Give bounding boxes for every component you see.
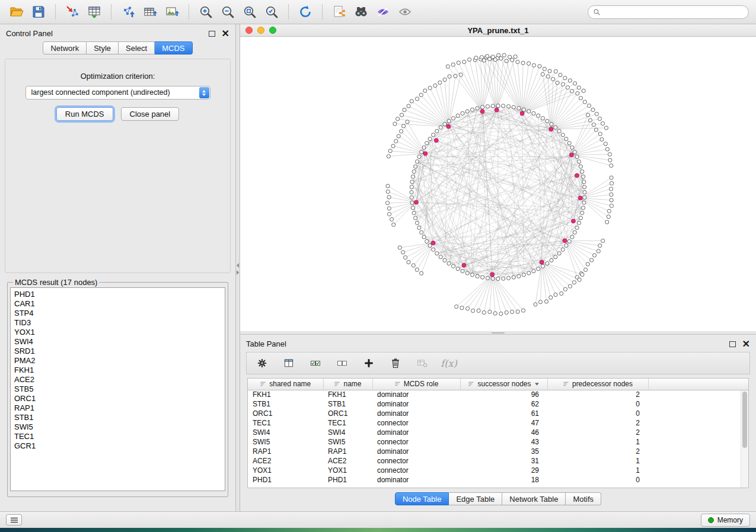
network-canvas[interactable] [240, 37, 756, 331]
mcds-node-item[interactable]: ACE2 [14, 375, 221, 384]
cell-role[interactable]: dominator [372, 399, 460, 409]
collapse-right-icon[interactable] [237, 270, 239, 275]
cell-name[interactable]: TEC1 [323, 418, 372, 428]
close-panel-icon[interactable]: ✕ [742, 341, 750, 348]
cell-name[interactable]: YOX1 [323, 466, 372, 475]
cell-succ[interactable]: 43 [460, 437, 547, 447]
select-all-button[interactable] [308, 356, 323, 370]
cell-pred[interactable]: 0 [547, 475, 648, 485]
table-row[interactable]: SWI4SWI4dominator462 [248, 428, 748, 437]
cell-role[interactable]: connector [372, 418, 460, 428]
cell-pred[interactable]: 2 [547, 418, 648, 428]
cell-role[interactable]: connector [372, 466, 460, 475]
table-row[interactable]: PHD1PHD1dominator180 [248, 475, 748, 485]
cell-name[interactable]: RAP1 [323, 447, 372, 456]
network-share-button[interactable] [330, 2, 349, 21]
mcds-node-item[interactable]: SWI5 [14, 422, 221, 432]
refresh-button[interactable] [296, 2, 315, 21]
function-builder-button[interactable]: f(x) [442, 356, 456, 370]
show-details-button[interactable] [395, 2, 414, 21]
table-row[interactable]: TEC1TEC1connector472 [248, 418, 748, 428]
cell-pred[interactable]: 0 [547, 399, 648, 409]
tab-network-table[interactable]: Network Table [502, 492, 566, 505]
mcds-node-item[interactable]: YOX1 [14, 328, 221, 337]
cell-shared_name[interactable]: TEC1 [248, 418, 323, 428]
cell-shared_name[interactable]: SWI4 [248, 428, 323, 437]
tab-style[interactable]: Style [87, 41, 119, 55]
table-scrollbar[interactable] [741, 390, 748, 488]
deselect-all-button[interactable] [335, 356, 349, 370]
mcds-node-item[interactable]: STB5 [14, 384, 221, 394]
column-header-successor-nodes[interactable]: successor nodes [460, 379, 547, 390]
delete-table-button[interactable] [415, 356, 429, 370]
export-image-button[interactable] [162, 2, 181, 21]
float-panel-icon[interactable] [729, 341, 736, 347]
table-row[interactable]: YOX1YOX1connector291 [248, 466, 748, 475]
mcds-node-item[interactable]: FKH1 [14, 366, 221, 375]
scrollbar-thumb[interactable] [742, 392, 747, 448]
cell-succ[interactable]: 96 [460, 390, 547, 399]
cell-pred[interactable]: 2 [547, 447, 648, 456]
table-row[interactable]: RAP1RAP1dominator352 [248, 447, 748, 456]
cell-shared_name[interactable]: ORC1 [248, 409, 323, 418]
close-panel-button[interactable]: Close panel [121, 107, 180, 121]
mcds-node-item[interactable]: STB1 [14, 413, 221, 422]
cell-role[interactable]: connector [372, 437, 460, 447]
cell-shared_name[interactable]: PHD1 [248, 475, 323, 485]
cell-succ[interactable]: 46 [460, 428, 547, 437]
cell-name[interactable]: STB1 [323, 399, 372, 409]
export-table-button[interactable] [141, 2, 160, 21]
mcds-node-item[interactable]: GCR1 [14, 441, 221, 451]
table-row[interactable]: ACE2ACE2connector311 [248, 456, 748, 466]
cell-name[interactable]: FKH1 [323, 390, 372, 399]
mcds-node-item[interactable]: RAP1 [14, 403, 221, 413]
horizontal-splitter[interactable] [240, 331, 756, 335]
hide-details-button[interactable] [374, 2, 393, 21]
vertical-splitter[interactable] [235, 24, 240, 511]
cell-name[interactable]: ORC1 [323, 409, 372, 418]
import-network-button[interactable] [63, 2, 82, 21]
import-table-button[interactable] [85, 2, 104, 21]
cell-role[interactable]: connector [372, 456, 460, 466]
mcds-node-item[interactable]: ORC1 [14, 394, 221, 403]
table-settings-button[interactable] [255, 356, 269, 370]
mcds-node-item[interactable]: PHD1 [14, 290, 221, 299]
cell-succ[interactable]: 62 [460, 399, 547, 409]
cell-shared_name[interactable]: ACE2 [248, 456, 323, 466]
cell-pred[interactable]: 0 [547, 409, 648, 418]
mcds-node-item[interactable]: SWI4 [14, 337, 221, 347]
cell-role[interactable]: dominator [372, 428, 460, 437]
cell-succ[interactable]: 18 [460, 475, 547, 485]
table-row[interactable]: SWI5SWI5connector431 [248, 437, 748, 447]
cell-role[interactable]: dominator [372, 475, 460, 485]
tab-mcds[interactable]: MCDS [155, 41, 192, 55]
cell-role[interactable]: dominator [372, 409, 460, 418]
zoom-in-button[interactable] [196, 2, 215, 21]
first-neighbors-button[interactable] [352, 2, 371, 21]
save-button[interactable] [29, 2, 48, 21]
status-menu-button[interactable] [6, 514, 22, 525]
close-panel-icon[interactable]: ✕ [222, 30, 229, 37]
mcds-node-item[interactable]: CAR1 [14, 299, 221, 309]
cell-pred[interactable]: 1 [547, 456, 648, 466]
cell-shared_name[interactable]: SWI5 [248, 437, 323, 447]
add-column-button[interactable] [362, 356, 376, 370]
zoom-out-button[interactable] [218, 2, 237, 21]
mcds-node-item[interactable]: STP4 [14, 309, 221, 318]
cell-shared_name[interactable]: YOX1 [248, 466, 323, 475]
cell-name[interactable]: ACE2 [323, 456, 372, 466]
show-column-button[interactable] [282, 356, 296, 370]
memory-button[interactable]: Memory [701, 514, 750, 527]
cell-role[interactable]: dominator [372, 390, 460, 399]
mcds-node-item[interactable]: TEC1 [14, 432, 221, 441]
cell-role[interactable]: dominator [372, 447, 460, 456]
search-input[interactable] [588, 5, 749, 19]
cell-succ[interactable]: 61 [460, 409, 547, 418]
cell-succ[interactable]: 47 [460, 418, 547, 428]
open-button[interactable] [7, 2, 26, 21]
cell-shared_name[interactable]: FKH1 [248, 390, 323, 399]
run-mcds-button[interactable]: Run MCDS [56, 107, 113, 121]
export-network-button[interactable] [119, 2, 138, 21]
cell-succ[interactable]: 29 [460, 466, 547, 475]
mcds-node-item[interactable]: SRD1 [14, 347, 221, 356]
